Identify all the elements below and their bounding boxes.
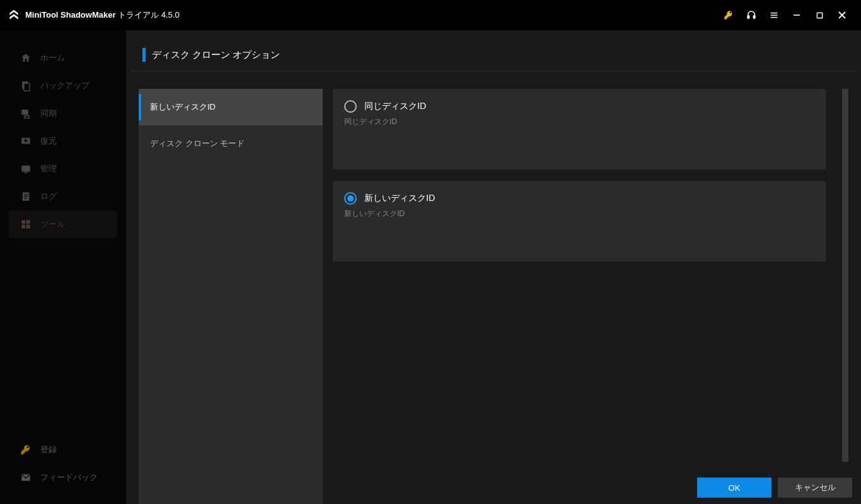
radio-desc: 同じディスクID <box>344 117 814 127</box>
radio-card-same-disk-id[interactable]: 同じディスクID 同じディスクID <box>333 89 826 169</box>
sidebar-item-label: 同期 <box>40 108 57 119</box>
svg-point-13 <box>25 139 28 142</box>
radio-card-new-disk-id[interactable]: 新しいディスクID 新しいディスクID <box>333 181 826 261</box>
sidebar-item-label: ホーム <box>40 52 65 64</box>
menu-icon[interactable] <box>763 0 785 30</box>
manage-icon <box>20 163 32 175</box>
svg-rect-1 <box>753 16 755 19</box>
app-edition: トライアル <box>118 10 159 20</box>
key-icon <box>20 444 32 455</box>
sidebar-item-label: ツール <box>40 219 65 230</box>
radio-new-disk-id[interactable] <box>344 192 357 205</box>
svg-rect-2 <box>771 13 778 13</box>
minimize-button[interactable] <box>785 0 808 30</box>
mail-icon <box>20 472 32 483</box>
app-name: MiniTool ShadowMaker <box>25 10 116 20</box>
close-button[interactable] <box>831 0 853 30</box>
sidebar: ホーム バックアップ 同期 復元 管理 ログ <box>0 30 126 504</box>
option-tab-clone-mode[interactable]: ディスク クローン モード <box>139 125 323 162</box>
app-version: 4.5.0 <box>161 10 180 20</box>
svg-rect-22 <box>21 225 25 229</box>
sidebar-item-tools[interactable]: ツール <box>9 210 117 238</box>
svg-rect-6 <box>817 13 822 18</box>
svg-rect-0 <box>748 16 749 19</box>
register-key-icon[interactable] <box>717 0 740 30</box>
sidebar-item-label: フィードバック <box>40 472 98 483</box>
svg-rect-20 <box>21 220 25 224</box>
scrollbar[interactable] <box>842 89 848 462</box>
svg-rect-19 <box>24 198 26 198</box>
home-icon <box>20 52 32 64</box>
log-icon <box>20 191 32 202</box>
svg-rect-18 <box>24 196 28 197</box>
headset-icon[interactable] <box>740 0 763 30</box>
sidebar-item-label: 管理 <box>40 163 57 175</box>
svg-rect-14 <box>21 166 30 172</box>
option-tab-label: 新しいディスクID <box>150 101 216 113</box>
app-logo-icon <box>8 9 20 21</box>
sidebar-item-home[interactable]: ホーム <box>9 44 117 72</box>
svg-rect-4 <box>771 17 778 18</box>
page-header: ディスク クローン オプション <box>130 30 857 71</box>
sidebar-item-manage[interactable]: 管理 <box>9 155 117 183</box>
sidebar-item-backup[interactable]: バックアップ <box>9 72 117 100</box>
svg-rect-21 <box>26 220 30 224</box>
option-tab-label: ディスク クローン モード <box>150 138 245 149</box>
radio-title: 新しいディスクID <box>364 193 435 204</box>
svg-rect-3 <box>771 14 778 15</box>
radio-desc: 新しいディスクID <box>344 209 814 219</box>
sync-icon <box>20 108 32 119</box>
accent-bar <box>142 48 146 62</box>
sidebar-item-label: 登録 <box>40 444 57 455</box>
backup-icon <box>20 80 32 91</box>
page-title: ディスク クローン オプション <box>152 49 280 61</box>
cancel-button[interactable]: キャンセル <box>778 478 852 498</box>
svg-rect-11 <box>21 110 28 115</box>
svg-rect-15 <box>24 172 28 173</box>
sidebar-item-restore[interactable]: 復元 <box>9 127 117 155</box>
option-tab-list: 新しいディスクID ディスク クローン モード <box>139 89 323 504</box>
sidebar-item-sync[interactable]: 同期 <box>9 100 117 127</box>
tools-icon <box>20 219 32 230</box>
option-panel: 同じディスクID 同じディスクID 新しいディスクID 新しいディスクID <box>333 89 832 504</box>
sidebar-item-register[interactable]: 登録 <box>9 436 117 464</box>
ok-button[interactable]: OK <box>697 478 771 498</box>
radio-same-disk-id[interactable] <box>344 100 357 113</box>
svg-rect-5 <box>794 14 800 16</box>
titlebar: MiniTool ShadowMaker トライアル 4.5.0 <box>0 0 861 30</box>
radio-title: 同じディスクID <box>364 101 426 112</box>
svg-rect-10 <box>24 83 30 91</box>
restore-icon <box>20 135 32 147</box>
sidebar-item-label: ログ <box>40 191 57 202</box>
main-panel: ディスク クローン オプション 新しいディスクID ディスク クローン モード … <box>126 30 861 504</box>
sidebar-item-label: 復元 <box>40 135 57 147</box>
option-tab-new-disk-id[interactable]: 新しいディスクID <box>139 89 323 125</box>
sidebar-item-feedback[interactable]: フィードバック <box>9 464 117 491</box>
sidebar-item-log[interactable]: ログ <box>9 183 117 210</box>
sidebar-item-label: バックアップ <box>40 80 90 91</box>
svg-rect-23 <box>26 225 30 229</box>
app-title: MiniTool ShadowMaker トライアル 4.5.0 <box>25 9 180 21</box>
svg-rect-17 <box>24 194 28 195</box>
maximize-button[interactable] <box>808 0 831 30</box>
dialog-footer: OK キャンセル <box>688 471 861 504</box>
